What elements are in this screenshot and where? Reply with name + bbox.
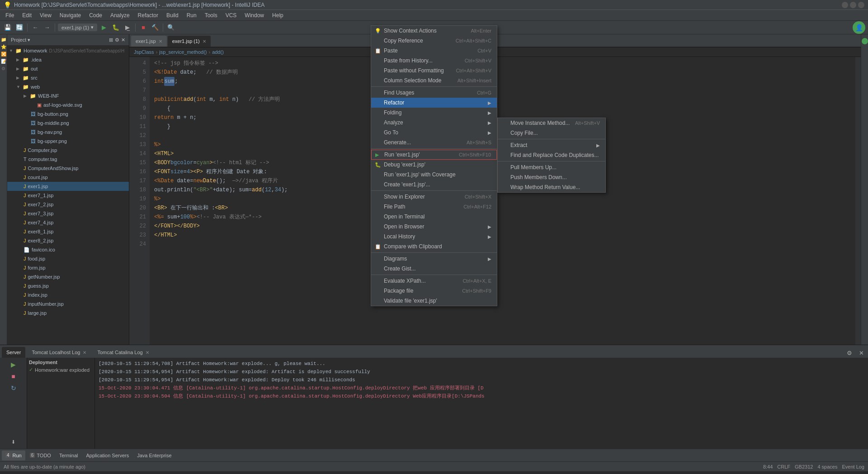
toolbar-sync[interactable]: 🔄 bbox=[14, 23, 24, 33]
ctx-run-coverage[interactable]: Run 'exer1.jsp' with Coverage bbox=[371, 170, 497, 180]
tree-item-getnumber[interactable]: J getNumber.jsp bbox=[7, 272, 129, 281]
tree-item-bg-button[interactable]: 🖼 bg-button.png bbox=[7, 109, 129, 118]
ctx-wrap-return-value[interactable]: Wrap Method Return Value... bbox=[498, 182, 605, 192]
tree-item-guess[interactable]: J guess.jsp bbox=[7, 281, 129, 290]
run-button[interactable]: ▶ bbox=[99, 23, 109, 33]
run-restart-btn[interactable]: ↻ bbox=[9, 383, 19, 393]
ctx-paste-history[interactable]: Paste from History... Ctrl+Shift+V bbox=[371, 56, 497, 66]
ctx-open-terminal[interactable]: Open in Terminal bbox=[371, 212, 497, 222]
ctx-create-gist[interactable]: Create Gist... bbox=[371, 264, 497, 274]
tree-item-bg-middle[interactable]: 🖼 bg-middle.png bbox=[7, 118, 129, 128]
tab-tomcat-localhost[interactable]: Tomcat Localhost Log ✕ bbox=[27, 347, 91, 358]
tree-item-food[interactable]: J food.jsp bbox=[7, 254, 129, 263]
ctx-generate[interactable]: Generate... Alt+Shift+S bbox=[371, 137, 497, 147]
tree-item-form[interactable]: J form.jsp bbox=[7, 263, 129, 272]
search-everywhere[interactable]: 🔍 bbox=[166, 23, 176, 33]
ctx-local-history[interactable]: Local History ▶ bbox=[371, 232, 497, 242]
menu-file[interactable]: File bbox=[2, 11, 18, 19]
tree-item-count[interactable]: J count.jsp bbox=[7, 173, 129, 182]
tab-close-icon[interactable]: ✕ bbox=[203, 39, 206, 44]
project-close-icon[interactable]: ✕ bbox=[121, 37, 125, 43]
ctx-push-members-down[interactable]: Push Members Down... bbox=[498, 172, 605, 182]
ctx-compare-clipboard[interactable]: 📋 Compare with Clipboard bbox=[371, 242, 497, 251]
ctx-diagrams[interactable]: Diagrams ▶ bbox=[371, 254, 497, 264]
tree-item-exer7-1[interactable]: J exer7_1.jsp bbox=[7, 191, 129, 200]
ctx-folding[interactable]: Folding ▶ bbox=[371, 108, 497, 118]
left-icon-5[interactable]: ⚙ bbox=[0, 65, 7, 71]
left-icon-3[interactable]: 🔀 bbox=[0, 51, 7, 57]
tree-item-out[interactable]: ▶ 📁 out bbox=[7, 64, 129, 73]
tool-tab-todo[interactable]: 6 TODO bbox=[26, 450, 55, 460]
tab-close-icon[interactable]: ✕ bbox=[146, 350, 149, 355]
tree-item-homework[interactable]: ▼ 📁 Homework D:\JSPandServlet\Tomcat\web… bbox=[7, 46, 129, 55]
ctx-copy-reference[interactable]: Copy Reference Ctrl+Alt+Shift+C bbox=[371, 36, 497, 46]
ctx-goto[interactable]: Go To ▶ bbox=[371, 128, 497, 137]
tree-item-exer7-3[interactable]: J exer7_3.jsp bbox=[7, 209, 129, 218]
bottom-close-icon[interactable]: ✕ bbox=[856, 348, 866, 358]
ctx-analyze[interactable]: Analyze ▶ bbox=[371, 118, 497, 128]
project-gear-icon[interactable]: ⚙ bbox=[115, 37, 119, 43]
tool-tab-app-servers[interactable]: Application Servers bbox=[82, 450, 132, 460]
tree-item-webinf[interactable]: ▶ 📁 WEB-INF bbox=[7, 91, 129, 100]
status-event-log[interactable]: Event Log bbox=[842, 464, 864, 469]
minimize-button[interactable]: ─ bbox=[842, 2, 848, 8]
left-icon-1[interactable]: 📁 bbox=[0, 36, 7, 43]
ctx-paste[interactable]: 📋 Paste Ctrl+V bbox=[371, 46, 497, 56]
left-icon-2[interactable]: ⭐ bbox=[0, 43, 7, 50]
ctx-show-explorer[interactable]: Show in Explorer Ctrl+Shift+X bbox=[371, 192, 497, 202]
toolbar-forward[interactable]: → bbox=[42, 23, 52, 33]
maximize-button[interactable]: □ bbox=[850, 2, 856, 8]
ctx-create-exer1[interactable]: Create 'exer1.jsp'... bbox=[371, 180, 497, 190]
ctx-column-selection[interactable]: Column Selection Mode Alt+Shift+Insert bbox=[371, 76, 497, 85]
tree-item-exer7-4[interactable]: J exer7_4.jsp bbox=[7, 218, 129, 227]
ctx-refactor[interactable]: Refactor ▶ bbox=[371, 98, 497, 108]
toolbar-save[interactable]: 💾 bbox=[3, 23, 13, 33]
ctx-show-context-actions[interactable]: 💡 Show Context Actions Alt+Enter bbox=[371, 26, 497, 36]
tree-item-computer[interactable]: J Computer.jsp bbox=[7, 146, 129, 155]
tree-item-computer-tag[interactable]: T computer.tag bbox=[7, 155, 129, 164]
ctx-package-file[interactable]: Package file Ctrl+Shift+F9 bbox=[371, 286, 497, 296]
menu-build[interactable]: Build bbox=[163, 11, 182, 19]
project-scroll-icon[interactable]: ⊞ bbox=[109, 37, 113, 43]
menu-edit[interactable]: Edit bbox=[19, 11, 35, 19]
tab-close-icon[interactable]: ✕ bbox=[83, 350, 86, 355]
tree-item-bg-nav[interactable]: 🖼 bg-nav.png bbox=[7, 128, 129, 137]
run-config-selector[interactable]: exer1.jsp (1) ▾ bbox=[58, 24, 97, 31]
ctx-run-exer1[interactable]: ▶ Run 'exer1.jsp' Ctrl+Shift+F10 bbox=[371, 150, 497, 160]
tree-item-large[interactable]: J large.jsp bbox=[7, 308, 129, 318]
tree-item-svg[interactable]: ▣ asf-logo-wide.svg bbox=[7, 100, 129, 109]
stop-button[interactable]: ■ bbox=[138, 23, 148, 33]
tree-item-bg-upper[interactable]: 🖼 bg-upper.png bbox=[7, 137, 129, 146]
tree-item-inputnumber[interactable]: J inputNumber.jsp bbox=[7, 299, 129, 308]
ctx-evaluate-xpath[interactable]: Evaluate XPath... Ctrl+Alt+X, E bbox=[371, 276, 497, 286]
ctx-extract[interactable]: Extract ▶ bbox=[498, 140, 605, 150]
tree-item-idea[interactable]: ▶ 📁 .idea bbox=[7, 55, 129, 64]
ctx-file-path[interactable]: File Path Ctrl+Alt+F12 bbox=[371, 202, 497, 212]
menu-view[interactable]: View bbox=[36, 11, 55, 19]
menu-run[interactable]: Run bbox=[183, 11, 200, 19]
tree-item-exer7-2[interactable]: J exer7_2.jsp bbox=[7, 200, 129, 209]
menu-navigate[interactable]: Navigate bbox=[56, 11, 85, 19]
breadcrumb-method[interactable]: jsp_service_method() bbox=[159, 49, 207, 55]
ctx-find-replace-duplicates[interactable]: Find and Replace Code Duplicates... bbox=[498, 150, 605, 160]
close-button[interactable]: ✕ bbox=[858, 2, 864, 8]
coverage-button[interactable]: ▶̲ bbox=[123, 23, 132, 33]
status-indent[interactable]: 4 spaces bbox=[817, 464, 837, 469]
tab-tomcat-catalina[interactable]: Tomcat Catalina Log ✕ bbox=[93, 347, 153, 358]
menu-code[interactable]: Code bbox=[85, 11, 106, 19]
status-crlf[interactable]: CRLF bbox=[777, 464, 790, 469]
tool-tab-run[interactable]: 4 Run bbox=[2, 450, 25, 460]
ctx-debug-exer1[interactable]: 🐛 Debug 'exer1.jsp' bbox=[371, 160, 497, 170]
tree-item-computerandshow[interactable]: J ComputerAndShow.jsp bbox=[7, 164, 129, 173]
toolbar-build[interactable]: 🔨 bbox=[150, 23, 160, 33]
left-icon-4[interactable]: 📝 bbox=[0, 58, 7, 64]
tree-item-index[interactable]: J index.jsp bbox=[7, 290, 129, 299]
menu-help[interactable]: Help bbox=[269, 11, 287, 19]
run-scroll-btn[interactable]: ⬇ bbox=[9, 437, 19, 447]
tree-item-exer8-1[interactable]: J exer8_1.jsp bbox=[7, 227, 129, 236]
ctx-move-instance[interactable]: Move Instance Method... Alt+Shift+V bbox=[498, 118, 605, 128]
run-play-btn[interactable]: ▶ bbox=[9, 360, 19, 370]
menu-tools[interactable]: Tools bbox=[201, 11, 221, 19]
deployment-item[interactable]: ✓ Homework:war exploded bbox=[29, 367, 93, 373]
toolbar-back[interactable]: ← bbox=[30, 23, 40, 33]
